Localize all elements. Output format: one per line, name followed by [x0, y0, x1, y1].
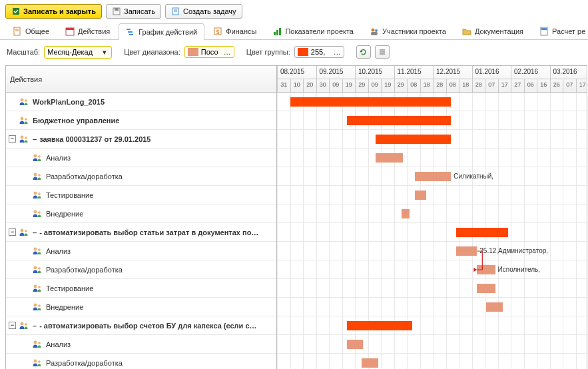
group-bar[interactable]	[456, 228, 508, 237]
tab-2[interactable]: График действий	[119, 23, 204, 40]
tab-6[interactable]: Документация	[455, 23, 531, 39]
range-color-picker[interactable]: …	[184, 46, 234, 58]
day-header: 09	[329, 79, 342, 93]
chart-icon	[272, 27, 282, 36]
person-icon	[19, 97, 29, 106]
list-view-button[interactable]	[375, 45, 390, 59]
day-header: 29	[355, 79, 368, 93]
refresh-button[interactable]	[356, 45, 371, 59]
task-row[interactable]: Разработка/доработка	[6, 354, 276, 369]
task-bar[interactable]	[477, 284, 495, 293]
gantt-chart: Действия WorkPlanLong_2015Бюджетное упра…	[5, 65, 587, 369]
expander-icon[interactable]: −	[9, 322, 16, 329]
task-name: Анализ	[46, 154, 71, 162]
svg-point-30	[25, 118, 27, 121]
month-header: 02.2016	[511, 66, 550, 79]
svg-point-53	[34, 341, 37, 344]
task-bar[interactable]	[456, 246, 477, 256]
group-color-more[interactable]: …	[334, 48, 341, 56]
task-name: Тестирование	[46, 284, 93, 292]
person-icon	[19, 116, 29, 125]
tab-4[interactable]: Показатели проекта	[265, 23, 361, 39]
task-bar[interactable]	[477, 265, 495, 274]
svg-point-32	[25, 137, 27, 139]
svg-point-28	[25, 99, 27, 102]
scale-select[interactable]: ▾	[44, 46, 112, 59]
month-header: 03.2016	[550, 66, 587, 79]
task-bar[interactable]	[486, 302, 503, 312]
expander-icon[interactable]: −	[9, 228, 16, 236]
svg-point-48	[38, 286, 41, 288]
task-list-header: Действия	[6, 66, 276, 93]
svg-point-36	[38, 174, 41, 177]
save-button[interactable]: Записать	[106, 4, 161, 19]
task-row[interactable]: Внедрение	[6, 298, 276, 316]
task-row[interactable]: Внедрение	[6, 204, 276, 223]
task-bar[interactable]	[376, 153, 403, 163]
bar-row	[277, 204, 587, 223]
task-row[interactable]: Тестирование	[6, 279, 276, 298]
range-color-more[interactable]: …	[224, 48, 231, 56]
task-row[interactable]: −–заявка 000031237 от 29.01.2015	[6, 130, 276, 149]
bar-label: Силикатный,	[453, 173, 493, 180]
person-icon	[32, 190, 42, 199]
create-task-icon	[171, 7, 180, 16]
svg-point-34	[38, 155, 41, 158]
tab-0[interactable]: Общее	[5, 23, 57, 39]
task-bar[interactable]	[415, 172, 451, 181]
save-close-button[interactable]: Записать и закрыть	[5, 4, 102, 19]
task-row[interactable]: −–- автоматизировать выбор статьи затрат…	[6, 223, 276, 242]
tab-5[interactable]: Участники проекта	[362, 23, 453, 39]
bar-row	[277, 279, 587, 298]
person-icon	[32, 340, 42, 348]
task-bar[interactable]	[347, 340, 362, 349]
save-icon	[112, 7, 121, 16]
group-bar[interactable]	[376, 135, 451, 144]
svg-point-52	[25, 323, 27, 326]
day-header: 28	[433, 79, 446, 93]
task-row[interactable]: Разработка/доработка	[6, 167, 276, 186]
group-color-label: Цвет группы:	[246, 48, 290, 56]
svg-rect-13	[129, 34, 133, 35]
group-bar[interactable]	[347, 321, 412, 330]
group-bar[interactable]	[347, 116, 451, 125]
person-icon	[32, 302, 42, 311]
task-bar[interactable]	[415, 190, 427, 200]
task-bar[interactable]	[362, 358, 378, 368]
bar-row	[277, 111, 587, 130]
svg-point-49	[34, 304, 37, 307]
group-color-picker[interactable]: …	[294, 46, 344, 58]
svg-text:$: $	[216, 29, 220, 35]
create-task-button[interactable]: Создать задачу	[165, 4, 242, 19]
svg-point-37	[34, 192, 37, 195]
svg-point-47	[34, 285, 37, 288]
tab-1[interactable]: Действия	[58, 23, 117, 39]
task-row[interactable]: Анализ	[6, 149, 276, 167]
task-row[interactable]: Анализ	[6, 335, 276, 354]
tab-label: График действий	[139, 28, 197, 36]
task-row[interactable]: Тестирование	[6, 186, 276, 204]
task-row[interactable]: −–- автоматизировать выбор счетов БУ для…	[6, 316, 276, 335]
svg-rect-6	[14, 27, 20, 35]
scale-dropdown-icon[interactable]: ▾	[101, 48, 109, 57]
bar-row	[277, 223, 587, 242]
task-bar[interactable]	[402, 209, 410, 218]
task-row[interactable]: Разработка/доработка	[6, 260, 276, 279]
calc-icon	[539, 27, 549, 36]
day-header: 26	[550, 79, 563, 93]
range-color-input[interactable]	[201, 48, 221, 56]
task-row[interactable]: WorkPlanLong_2015	[6, 93, 276, 111]
task-row[interactable]: Анализ	[6, 242, 276, 260]
tab-3[interactable]: $Финансы	[206, 23, 264, 39]
group-color-input[interactable]	[311, 48, 331, 56]
options-bar: Масштаб: ▾ Цвет диапазона: … Цвет группы…	[0, 40, 588, 64]
scale-input[interactable]	[47, 48, 101, 56]
svg-point-55	[34, 360, 37, 363]
task-row[interactable]: Бюджетное управление	[6, 111, 276, 130]
svg-rect-23	[541, 28, 547, 30]
expander-icon[interactable]: −	[9, 135, 16, 143]
tab-7[interactable]: Расчет ре	[532, 23, 588, 39]
day-header: 28	[472, 79, 485, 93]
group-bar[interactable]	[290, 97, 451, 107]
bars-area[interactable]: Силикатный,25.12,Администратор,Исполните…	[277, 93, 587, 369]
